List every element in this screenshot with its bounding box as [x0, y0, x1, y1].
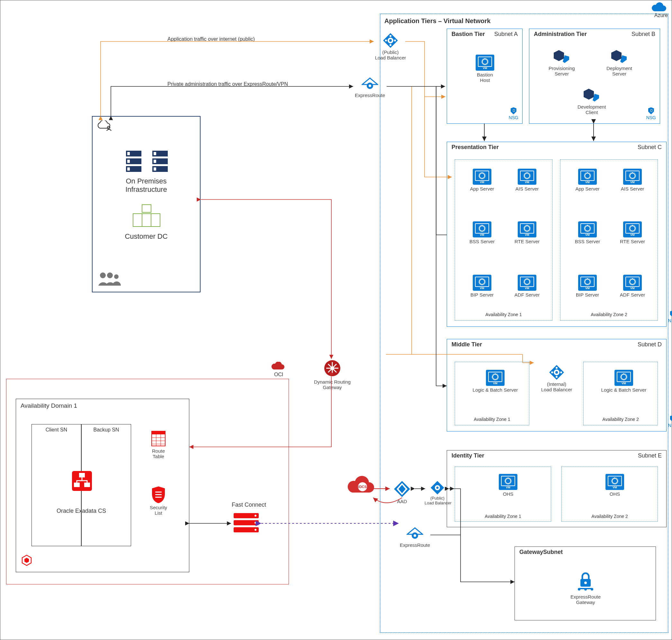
expressroute-icon — [406, 527, 423, 541]
vm-icon — [614, 370, 633, 386]
cloud-users-icon — [97, 120, 112, 132]
admin-title: Administration Tier — [534, 31, 587, 38]
svg-point-17 — [394, 40, 396, 41]
identity-title: Identity Tier — [452, 452, 484, 459]
svg-point-7 — [584, 582, 587, 584]
svg-rect-49 — [79, 473, 85, 477]
server-rack-icon — [151, 149, 170, 175]
vm-ohs: OHS — [596, 474, 634, 497]
svg-point-16 — [385, 40, 387, 41]
svg-rect-39 — [142, 205, 151, 213]
az1-label: Availability Zone 1 — [455, 312, 552, 317]
oci-label: OCI — [274, 372, 283, 378]
oci-cloud-icon — [271, 362, 285, 372]
svg-point-10 — [591, 588, 593, 591]
vm-ohs: OHS — [489, 474, 527, 497]
idcs-cloud-icon: IDCS — [346, 476, 375, 496]
svg-point-11 — [584, 588, 587, 591]
svg-point-3 — [556, 376, 558, 378]
vm-icon — [499, 474, 517, 490]
vm-bss-server: BSS Server — [464, 221, 500, 244]
vm-app-server: App Server — [570, 169, 605, 191]
vm-icon — [473, 275, 491, 291]
vm-icon — [518, 275, 537, 291]
vm-icon — [486, 370, 504, 386]
vm-icon — [623, 169, 642, 185]
svg-point-4 — [551, 372, 553, 373]
vm-app-server: App Server — [464, 169, 500, 191]
az2-label: Availability Zone 2 — [560, 312, 658, 317]
vm-logic-batch-server: Logic & Batch Server — [470, 370, 521, 393]
bastion-subnet: Subnet A — [494, 31, 518, 38]
nsg-badge: NSG — [509, 107, 518, 120]
azure-cloud-icon — [651, 2, 667, 12]
svg-point-19 — [369, 85, 371, 87]
private-traffic-label: Private administration traffic over Expr… — [168, 81, 288, 87]
route-table: Route Table — [144, 430, 173, 460]
security-list: Security List — [144, 486, 173, 516]
vm-bss-server: BSS Server — [570, 221, 605, 244]
users-icon — [97, 271, 121, 287]
vm-bip-server: BIP Server — [570, 275, 605, 297]
expressroute-top: ExpressRoute — [352, 77, 388, 98]
vm-ais-server: AIS Server — [615, 169, 650, 191]
vm-logic-batch-server: Logic & Batch Server — [598, 370, 649, 393]
cube-shield-icon — [553, 48, 570, 64]
fastconnect-label: Fast Connect — [232, 501, 266, 508]
datacenter-icon — [130, 203, 162, 230]
fastconnect-icon — [232, 511, 261, 535]
dynamic-routing-gateway: Dynamic Routing Gateway — [308, 360, 356, 390]
aad: AAD — [389, 480, 415, 504]
nsg-badge: NSG — [668, 310, 672, 323]
svg-text:IDCS: IDCS — [358, 485, 367, 489]
svg-point-14 — [389, 35, 391, 37]
bastion-host-label: Bastion Host — [472, 72, 498, 83]
nsg-badge: NSG — [668, 415, 672, 428]
identity-subnet: Subnet E — [638, 452, 662, 459]
vm-icon — [578, 221, 597, 237]
svg-point-45 — [114, 274, 118, 279]
vm-bip-server: BIP Server — [464, 275, 500, 297]
vm-icon — [473, 221, 491, 237]
svg-rect-51 — [84, 483, 90, 487]
oci-hex-icon — [20, 554, 33, 567]
onprem-box: On Premises Infrastructure Customer DC — [92, 116, 201, 292]
vm-icon — [518, 169, 537, 185]
vm-adf-server: ADF Server — [510, 275, 545, 297]
internal-lb: (Internal) Load Balancer — [539, 364, 574, 393]
identity-public-lb: (Public) Load Balancer — [425, 480, 450, 506]
vm-icon — [605, 474, 624, 490]
presentation-title: Presentation Tier — [452, 144, 499, 151]
customer-dc-label: Customer DC — [92, 232, 200, 241]
lock-network-icon — [575, 569, 597, 591]
gateway-subnet-box: GatewaySubnet ExpressRoute Gateway — [515, 547, 656, 621]
svg-point-43 — [100, 273, 106, 278]
onprem-infra-label: On Premises Infrastructure — [92, 177, 200, 194]
bastion-tier-box: Bastion Tier Subnet A Bastion Host NSG — [447, 29, 523, 124]
cube-shield-icon — [611, 48, 628, 64]
vm-icon — [476, 55, 494, 71]
svg-rect-42 — [151, 214, 160, 227]
bastion-host: Bastion Host — [472, 55, 498, 83]
svg-rect-40 — [133, 214, 142, 227]
load-balancer-icon — [430, 480, 445, 495]
gateway-title: GatewaySubnet — [519, 549, 563, 555]
public-traffic-label: Application traffic over internet (publi… — [168, 36, 255, 42]
svg-rect-31 — [127, 160, 130, 163]
vm-icon — [578, 169, 597, 185]
svg-point-5 — [560, 372, 562, 373]
aad-icon — [394, 480, 411, 498]
cube-shield-icon — [583, 87, 600, 103]
idcs: IDCS — [345, 476, 377, 497]
svg-point-15 — [389, 44, 391, 46]
svg-rect-60 — [155, 494, 162, 495]
svg-rect-61 — [155, 497, 162, 498]
svg-rect-53 — [152, 431, 165, 434]
svg-point-67 — [255, 529, 256, 531]
nsg-badge: NSG — [646, 107, 656, 120]
server-rack-icon — [124, 149, 143, 175]
bastion-title: Bastion Tier — [452, 31, 485, 38]
vm-adf-server: ADF Server — [615, 275, 650, 297]
svg-rect-59 — [155, 492, 162, 493]
svg-rect-32 — [127, 168, 130, 171]
